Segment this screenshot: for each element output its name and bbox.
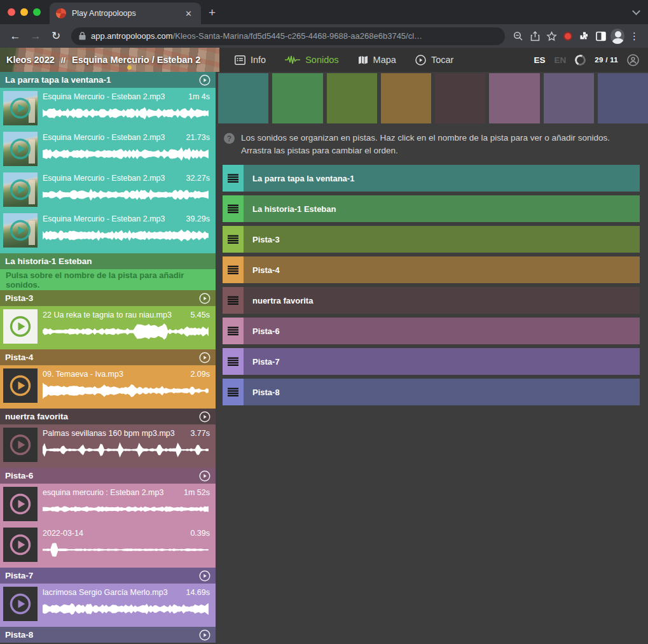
audio-clip[interactable]: Palmas sevillanas 160 bpm mp3.mp33.77s xyxy=(0,424,216,465)
drag-handle[interactable] xyxy=(223,256,244,283)
audio-clip[interactable]: Esquina Mercurio - Esteban 2.mp332.27s xyxy=(0,169,216,210)
audio-clip[interactable]: Esquina Mercurio - Esteban 2.mp321.73s xyxy=(0,129,216,169)
account-icon[interactable] xyxy=(627,54,639,66)
track-color-swatch[interactable] xyxy=(327,73,377,123)
track-header[interactable]: Pista-3 xyxy=(0,290,216,306)
extensions-puzzle-icon[interactable] xyxy=(577,31,591,41)
close-window-button[interactable] xyxy=(8,8,15,16)
clip-thumbnail[interactable] xyxy=(3,428,38,462)
tab-tocar[interactable]: Tocar xyxy=(410,55,458,66)
track-row[interactable]: Pista-6 xyxy=(223,318,640,344)
help-icon[interactable]: ? xyxy=(224,133,235,144)
track-play-button[interactable] xyxy=(199,570,210,582)
track-row-bar[interactable]: nuertra favorita xyxy=(244,287,640,314)
track-row[interactable]: La parra tapa la ventana-1 xyxy=(223,165,640,192)
audio-clip[interactable]: Esquina Mercurio - Esteban 2.mp339.29s xyxy=(0,210,216,251)
share-icon[interactable] xyxy=(528,31,542,41)
drag-handle[interactable] xyxy=(223,287,244,314)
track-play-button[interactable] xyxy=(199,629,210,641)
track-header[interactable]: La historia-1 Esteban xyxy=(0,253,216,269)
track-header[interactable]: Pista-7 xyxy=(0,568,216,584)
audio-clip[interactable]: 22 Ua reka te tagnia to rau niau.mp35.45… xyxy=(0,306,216,347)
track-color-swatch[interactable] xyxy=(544,73,594,123)
track-color-swatch[interactable] xyxy=(272,73,322,123)
tab-sonidos[interactable]: Sonidos xyxy=(280,55,343,65)
forward-button[interactable]: → xyxy=(27,30,45,43)
track-row-bar[interactable]: Pista-4 xyxy=(244,256,640,283)
zoom-window-button[interactable] xyxy=(33,8,41,16)
track-row-bar[interactable]: La historia-1 Esteban xyxy=(244,195,640,222)
drag-handle[interactable] xyxy=(223,318,244,344)
track-row[interactable]: Pista-3 xyxy=(223,226,640,253)
track-header[interactable]: Pista-4 xyxy=(0,349,216,365)
lang-es-button[interactable]: ES xyxy=(534,55,546,65)
track-row[interactable]: Pista-8 xyxy=(223,379,640,405)
clip-thumbnail[interactable] xyxy=(3,528,38,562)
minimize-window-button[interactable] xyxy=(20,8,28,16)
track-row[interactable]: La historia-1 Esteban xyxy=(223,195,640,222)
new-tab-button[interactable]: + xyxy=(201,6,223,18)
track-color-swatch[interactable] xyxy=(435,73,485,123)
track-play-button[interactable] xyxy=(199,293,210,304)
clip-thumbnail[interactable] xyxy=(3,213,38,248)
track-row-bar[interactable]: Pista-6 xyxy=(244,318,640,344)
record-extension-icon[interactable] xyxy=(561,32,575,41)
audio-clip[interactable]: Esquina Mercurio - Esteban 2.mp31m 4s xyxy=(0,88,216,129)
track-color-swatch[interactable] xyxy=(218,73,268,123)
clip-thumbnail[interactable] xyxy=(3,309,38,344)
bookmark-star-icon[interactable] xyxy=(544,31,558,41)
track-row[interactable]: Pista-7 xyxy=(223,348,640,375)
clip-thumbnail[interactable] xyxy=(3,587,38,621)
track-color-swatch[interactable] xyxy=(489,73,539,123)
clip-thumbnail[interactable] xyxy=(3,91,38,125)
address-bar[interactable]: app.antropoloops.com/Kleos-Santa-Marina/… xyxy=(71,27,505,45)
track-row[interactable]: Pista-4 xyxy=(223,256,640,283)
drag-handle[interactable] xyxy=(223,195,244,222)
browser-tab[interactable]: Play Antropoloops ✕ xyxy=(50,3,201,24)
lang-en-button[interactable]: EN xyxy=(555,55,567,65)
browser-menu-icon[interactable]: ⋮ xyxy=(627,31,642,42)
clip-duration: 3.77s xyxy=(190,429,210,438)
track-header[interactable]: Pista-6 xyxy=(0,468,216,484)
clip-thumbnail[interactable] xyxy=(3,132,38,166)
track-row-bar[interactable]: Pista-3 xyxy=(244,226,640,253)
track-row[interactable]: nuertra favorita xyxy=(223,287,640,314)
side-panel-icon[interactable] xyxy=(594,31,608,41)
clip-title: Esquina Mercurio - Esteban 2.mp3 xyxy=(43,174,165,183)
track-color-swatch[interactable] xyxy=(381,73,431,123)
reload-button[interactable]: ↻ xyxy=(47,29,65,43)
breadcrumb[interactable]: Kleos 2022 // Esquina Mercurio / Esteban… xyxy=(0,48,219,72)
drag-handle[interactable] xyxy=(223,348,244,375)
back-button[interactable]: ← xyxy=(6,30,24,43)
track-row-bar[interactable]: Pista-7 xyxy=(244,348,640,375)
track-row-bar[interactable]: La parra tapa la ventana-1 xyxy=(244,165,640,192)
track-header[interactable]: nuertra favorita xyxy=(0,409,216,424)
drag-handle[interactable] xyxy=(223,379,244,405)
drag-handle[interactable] xyxy=(223,165,244,192)
tab-search-chevron-icon[interactable] xyxy=(633,8,639,14)
track-color-swatch[interactable] xyxy=(598,73,648,123)
clip-thumbnail[interactable] xyxy=(3,172,38,207)
tab-mapa[interactable]: Mapa xyxy=(353,55,401,65)
clip-info: Esquina Mercurio - Esteban 2.mp321.73s xyxy=(43,133,210,142)
drag-handle[interactable] xyxy=(223,226,244,253)
track-header[interactable]: La parra tapa la ventana-1 xyxy=(0,72,216,88)
audio-clip[interactable]: lacrimosa Sergio García Merlo.mp314.69s xyxy=(0,584,216,624)
clip-thumbnail[interactable] xyxy=(3,487,38,521)
track-play-button[interactable] xyxy=(199,411,210,423)
tab-close-icon[interactable]: ✕ xyxy=(183,8,195,20)
audio-clip[interactable]: 09. Temaeva - Iva.mp32.09s xyxy=(0,365,216,406)
clip-body: lacrimosa Sergio García Merlo.mp314.69s xyxy=(43,587,210,624)
track-row-bar[interactable]: Pista-8 xyxy=(244,379,640,405)
track-play-button[interactable] xyxy=(199,352,210,363)
zoom-level-icon[interactable] xyxy=(511,31,525,41)
audio-clip[interactable]: esquina mercurio : Esteban 2.mp31m 52s xyxy=(0,484,216,524)
track-play-button[interactable] xyxy=(199,470,210,482)
tab-info[interactable]: Info xyxy=(230,55,271,65)
profile-avatar[interactable] xyxy=(610,29,624,44)
audio-clip[interactable]: 2022-03-140.39s xyxy=(0,524,216,565)
site-favicon xyxy=(56,8,66,18)
track-play-button[interactable] xyxy=(199,74,210,86)
track-header[interactable]: Pista-8 xyxy=(0,627,216,643)
clip-thumbnail[interactable] xyxy=(3,368,38,403)
